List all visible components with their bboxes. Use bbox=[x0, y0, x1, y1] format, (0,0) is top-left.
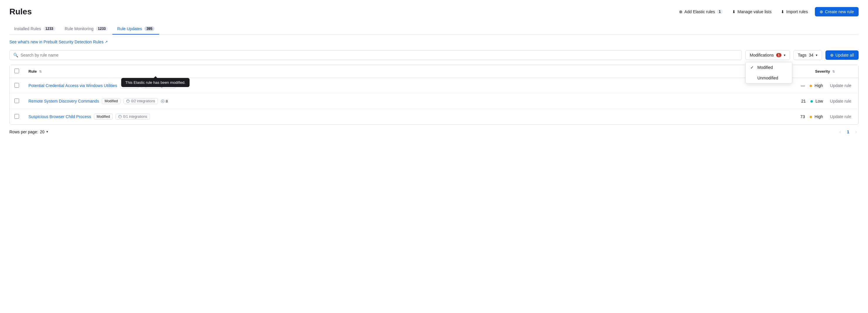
tab-installed-rules-label: Installed Rules bbox=[14, 26, 41, 31]
search-icon: 🔍 bbox=[13, 53, 18, 58]
manage-value-lists-label: Manage value lists bbox=[737, 9, 771, 14]
search-box[interactable]: 🔍 bbox=[9, 50, 742, 60]
column-severity-label: Severity bbox=[815, 69, 830, 74]
prebuilt-link-text: See what's new in Prebuilt Security Dete… bbox=[9, 40, 103, 44]
rules-table-container: This Elastic rule has been modified. Rul… bbox=[9, 65, 859, 125]
table-row: Potential Credential Access via Windows … bbox=[10, 78, 858, 94]
toolbar-row: 🔍 Modifications 1 ▾ ✓ Modified ✓ Unmodif… bbox=[9, 50, 859, 60]
rows-per-page-value: 20 bbox=[40, 130, 44, 134]
create-new-rule-button[interactable]: ⊕ Create new rule bbox=[815, 7, 859, 16]
row3-rule-cell: Suspicious Browser Child Process Modifie… bbox=[24, 109, 620, 125]
update-all-button[interactable]: ⊕ Update all bbox=[826, 50, 859, 60]
plus-circle-icon: ⊕ bbox=[679, 9, 683, 14]
tab-rule-monitoring[interactable]: Rule Monitoring 1233 bbox=[60, 24, 113, 35]
page-title: Rules bbox=[9, 7, 32, 16]
row3-integration-badge: 0/1 integrations bbox=[116, 114, 150, 119]
row2-severity-cell: 21 Low Update rule bbox=[620, 94, 858, 109]
row3-severity-dot bbox=[810, 116, 812, 118]
row2-update-rule-button[interactable]: Update rule bbox=[828, 98, 854, 105]
row2-integrations-text: 0/2 integrations bbox=[131, 99, 155, 103]
row1-severity-cell: — High Update rule bbox=[620, 78, 858, 94]
integration-icon-2 bbox=[126, 99, 130, 103]
row1-checkbox-cell bbox=[10, 78, 24, 94]
dropdown-item-unmodified[interactable]: ✓ Unmodified bbox=[746, 73, 792, 83]
chevron-down-icon: ▾ bbox=[784, 53, 785, 57]
dropdown-item-modified-label: Modified bbox=[757, 65, 773, 70]
tab-installed-rules[interactable]: Installed Rules 1233 bbox=[9, 24, 60, 35]
row2-rule-cell: Remote System Discovery Commands Modifie… bbox=[24, 94, 620, 109]
import-icon: ⬇ bbox=[781, 9, 784, 14]
row1-cells-group: Potential Credential Access via Windows … bbox=[28, 83, 615, 89]
row2-rule-link[interactable]: Remote System Discovery Commands bbox=[28, 99, 99, 103]
column-rule-label: Rule bbox=[28, 69, 37, 74]
row3-cells-group: Suspicious Browser Child Process Modifie… bbox=[28, 114, 615, 119]
footer-row: Rows per page: 20 ▾ ‹ 1 › bbox=[9, 125, 859, 139]
sort-icon-severity[interactable]: ⇅ bbox=[832, 70, 835, 74]
row2-severity: Low bbox=[810, 99, 823, 103]
manage-value-lists-button[interactable]: ⬇ Manage value lists bbox=[730, 8, 774, 16]
import-rules-button[interactable]: ⬇ Import rules bbox=[778, 8, 810, 16]
rows-per-page[interactable]: Rows per page: 20 ▾ bbox=[9, 130, 48, 134]
row2-severity-dot bbox=[810, 100, 813, 103]
select-all-checkbox[interactable] bbox=[14, 69, 19, 73]
tab-rule-monitoring-label: Rule Monitoring bbox=[65, 26, 94, 31]
row2-cells-group: Remote System Discovery Commands Modifie… bbox=[28, 98, 615, 104]
add-elastic-rules-label: Add Elastic rules bbox=[684, 9, 715, 14]
dropdown-item-modified[interactable]: ✓ Modified bbox=[746, 62, 792, 73]
pagination: ‹ 1 › bbox=[837, 128, 859, 135]
modifications-label: Modifications bbox=[750, 53, 774, 58]
row1-modified-tag: Modified bbox=[120, 83, 138, 89]
next-page-button[interactable]: › bbox=[853, 128, 859, 135]
row2-checkbox[interactable] bbox=[14, 99, 19, 103]
tab-rule-updates-badge: 395 bbox=[144, 26, 154, 31]
row3-checkbox-cell bbox=[10, 109, 24, 125]
search-input[interactable] bbox=[21, 53, 738, 58]
plus-icon-update: ⊕ bbox=[830, 53, 834, 58]
modifications-filter-button[interactable]: Modifications 1 ▾ bbox=[745, 50, 790, 60]
tab-rule-updates-label: Rule Updates bbox=[117, 26, 142, 31]
header-checkbox-cell bbox=[10, 65, 24, 78]
row3-checkbox[interactable] bbox=[14, 114, 19, 119]
row2-severity-text: Low bbox=[815, 99, 823, 103]
chevron-down-icon-rows: ▾ bbox=[46, 130, 48, 134]
row1-rule-link[interactable]: Potential Credential Access via Windows … bbox=[28, 83, 117, 88]
row1-rule-cell: Potential Credential Access via Windows … bbox=[24, 78, 620, 94]
row3-severity-cell: 73 High Update rule bbox=[620, 109, 858, 125]
column-header-rule: Rule ⇅ bbox=[24, 65, 620, 78]
row2-checkbox-cell bbox=[10, 94, 24, 109]
row2-rule-name: Remote System Discovery Commands bbox=[28, 99, 99, 103]
row2-exception-badge: 8 bbox=[161, 99, 168, 103]
row1-integrations-text: 0/2 integrations bbox=[149, 83, 173, 88]
row1-integration-badge: 0/2 integrations bbox=[142, 83, 176, 89]
tabs-row: Installed Rules 1233 Rule Monitoring 123… bbox=[9, 24, 859, 35]
tab-rule-monitoring-badge: 1233 bbox=[96, 26, 108, 31]
row2-exceptions-count: 8 bbox=[166, 99, 168, 103]
row2-integration-badge: 0/2 integrations bbox=[124, 98, 158, 104]
row1-update-rule-button[interactable]: Update rule bbox=[828, 82, 854, 89]
import-rules-label: Import rules bbox=[786, 9, 808, 14]
row2-score: 21 bbox=[801, 99, 806, 103]
add-elastic-rules-button[interactable]: ⊕ Add Elastic rules 1 bbox=[677, 8, 725, 16]
tags-filter-button[interactable]: Tags 34 ▾ bbox=[794, 50, 822, 60]
row3-rule-link[interactable]: Suspicious Browser Child Process bbox=[28, 114, 91, 119]
row3-severity: High bbox=[810, 114, 823, 119]
row3-update-rule-button[interactable]: Update rule bbox=[828, 113, 854, 120]
row3-severity-text: High bbox=[815, 114, 823, 119]
row3-integrations-text: 0/1 integrations bbox=[123, 114, 147, 119]
integration-icon bbox=[144, 84, 148, 87]
modifications-dropdown-menu: ✓ Modified ✓ Unmodified bbox=[745, 62, 792, 83]
column-header-severity: Severity ⇅ bbox=[620, 65, 858, 78]
modifications-badge: 1 bbox=[776, 53, 781, 57]
tab-rule-updates[interactable]: Rule Updates 395 bbox=[113, 24, 159, 35]
row1-checkbox[interactable] bbox=[14, 83, 19, 88]
row1-rule-name: Potential Credential Access via Windows … bbox=[28, 83, 117, 88]
row3-rule-name: Suspicious Browser Child Process bbox=[28, 114, 91, 119]
prebuilt-link[interactable]: See what's new in Prebuilt Security Dete… bbox=[9, 40, 859, 44]
table-row: Suspicious Browser Child Process Modifie… bbox=[10, 109, 858, 125]
prev-page-button[interactable]: ‹ bbox=[837, 128, 843, 135]
row2-modified-tag: Modified bbox=[102, 98, 120, 104]
download-icon: ⬇ bbox=[732, 9, 736, 14]
sort-icon-rule[interactable]: ⇅ bbox=[39, 70, 42, 74]
header-actions: ⊕ Add Elastic rules 1 ⬇ Manage value lis… bbox=[677, 7, 859, 16]
row1-score: — bbox=[801, 83, 805, 88]
